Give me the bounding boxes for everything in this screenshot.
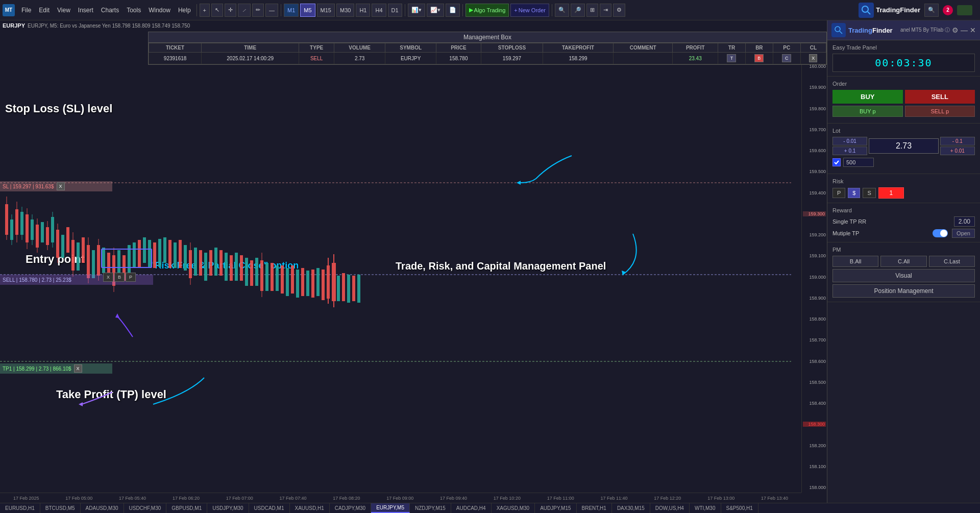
status-tab-dowus[interactable]: DOW,US,H4: [650, 503, 690, 513]
reward-section: Reward Single TP RR 2.00 Mutiple TP Open: [827, 203, 980, 242]
menu-tools[interactable]: Tools: [124, 6, 144, 15]
toolbar-line[interactable]: ⟋: [238, 4, 251, 17]
status-tab-wti[interactable]: WTI,M30: [690, 503, 721, 513]
status-tab-usdjpy[interactable]: USDJPY,M30: [207, 503, 249, 513]
tp-x-button[interactable]: X: [74, 364, 82, 373]
scroll-end-btn[interactable]: ⇥: [600, 4, 611, 17]
btn-b[interactable]: B: [754, 54, 764, 62]
timeframe-h4[interactable]: H4: [372, 4, 386, 17]
entry-x-btn[interactable]: X: [103, 273, 113, 282]
sl-x-button[interactable]: X: [57, 182, 65, 190]
c-all-button[interactable]: C.All: [880, 256, 926, 267]
svg-rect-73: [271, 263, 274, 291]
status-tab-usdcad[interactable]: USDCAD,M1: [249, 503, 290, 513]
status-tab-audjpy[interactable]: AUDJPY,M15: [535, 503, 576, 513]
status-tab-dax30[interactable]: DAX30,M15: [612, 503, 650, 513]
svg-rect-19: [41, 222, 44, 242]
entry-p-btn[interactable]: P: [126, 273, 136, 282]
c-last-button[interactable]: C.Last: [929, 256, 975, 267]
search-top-btn[interactable]: 🔍: [924, 4, 939, 17]
timeframe-h1[interactable]: H1: [356, 4, 370, 17]
svg-rect-22: [51, 217, 54, 242]
menu-window[interactable]: Window: [145, 6, 174, 15]
status-tab-eurjpy[interactable]: EURJPY,M5: [371, 503, 410, 513]
toolbar-pencil[interactable]: ✏: [252, 4, 264, 17]
menu-file[interactable]: File: [18, 6, 34, 15]
menu-view[interactable]: View: [54, 6, 74, 15]
toolbar-crosshair[interactable]: ✛: [225, 4, 236, 17]
risk-s-button[interactable]: S: [863, 188, 875, 198]
time-2: 17 Feb 05:00: [65, 496, 92, 501]
chart-symbol-label: EURJPY: [3, 22, 25, 29]
lot-input[interactable]: [869, 138, 939, 154]
status-tab-cadjpy[interactable]: CADJPY,M30: [330, 503, 371, 513]
menu-edit[interactable]: Edit: [36, 6, 53, 15]
timeframe-d1[interactable]: D1: [388, 4, 402, 17]
indicator-btn[interactable]: 📈▾: [427, 4, 444, 17]
timeframe-m30[interactable]: M30: [336, 4, 354, 17]
sell-button[interactable]: SELL: [905, 90, 975, 104]
status-tab-btcusd[interactable]: BTCUSD,M5: [40, 503, 81, 513]
grid-btn[interactable]: ⊞: [586, 4, 598, 17]
lot-value-input[interactable]: [843, 158, 874, 167]
toolbar-new-chart[interactable]: +: [200, 4, 210, 17]
panel-minimize-btn[interactable]: —: [961, 26, 968, 34]
svg-rect-17: [36, 225, 39, 248]
risk-p-button[interactable]: P: [832, 188, 845, 198]
risk-dollar-button[interactable]: $: [848, 188, 860, 198]
lot-checkbox[interactable]: [832, 158, 841, 166]
status-tab-sp500[interactable]: S&P500,H1: [721, 503, 758, 513]
timeframe-m15[interactable]: M15: [317, 4, 335, 17]
svg-rect-58: [199, 250, 202, 276]
lot-plus-01[interactable]: + 0.1: [832, 146, 867, 155]
multiple-tp-toggle[interactable]: [933, 229, 948, 237]
chart-type-btn[interactable]: 📊▾: [408, 4, 425, 17]
visual-button[interactable]: Visual: [832, 269, 975, 282]
status-tab-adausd[interactable]: ADAUSD,M30: [81, 503, 124, 513]
lot-minus-001[interactable]: - 0.01: [832, 137, 867, 145]
btn-pc[interactable]: C: [782, 54, 791, 62]
status-tab-usdchf[interactable]: USDCHF,M30: [124, 503, 167, 513]
toolbar-cursor[interactable]: ↖: [211, 4, 223, 17]
col-cl: CL: [800, 43, 826, 53]
open-button[interactable]: Open: [952, 229, 975, 238]
properties-btn[interactable]: ⚙: [613, 4, 625, 17]
toolbar-hline[interactable]: —: [265, 4, 278, 17]
timeframe-m5[interactable]: M5: [300, 4, 315, 17]
menu-insert[interactable]: Insert: [75, 6, 96, 15]
template-btn[interactable]: 📄: [446, 4, 460, 17]
status-tab-audcad[interactable]: AUDCAD,H4: [451, 503, 492, 513]
risk-input[interactable]: [878, 187, 904, 199]
status-tab-nzdjpy[interactable]: NZDJPY,M15: [410, 503, 451, 513]
tp-amount: 866.10$: [53, 366, 71, 372]
zoom-out-btn[interactable]: 🔎: [571, 4, 585, 17]
menu-help[interactable]: Help: [175, 6, 194, 15]
new-order-btn[interactable]: + New Order: [510, 4, 549, 17]
b-all-button[interactable]: B.All: [832, 256, 878, 267]
algo-trading-btn[interactable]: ▶ Algo Trading: [465, 4, 509, 17]
status-tab-brent[interactable]: BRENT,H1: [577, 503, 612, 513]
buy-p-button[interactable]: BUY p: [832, 106, 903, 117]
status-tab-xagusd[interactable]: XAGUSD,M30: [492, 503, 535, 513]
position-management-button[interactable]: Position Management: [832, 284, 975, 298]
svg-point-0: [862, 6, 868, 12]
lot-plus-001[interactable]: + 0.01: [940, 146, 975, 155]
price-159800: 159.800: [803, 106, 826, 111]
status-tab-gbpusd[interactable]: GBPUSD,M1: [166, 503, 207, 513]
status-tab-eurusd[interactable]: EURUSD,H1: [0, 503, 40, 513]
status-tab-xauusd[interactable]: XAUUSD,H1: [290, 503, 330, 513]
zoom-in-btn[interactable]: 🔍: [555, 4, 569, 17]
management-box-title: Management Box: [149, 32, 826, 43]
btn-x-close[interactable]: X: [809, 54, 817, 62]
timeframe-m1[interactable]: M1: [284, 4, 299, 17]
buy-button[interactable]: BUY: [832, 90, 903, 104]
chart-area[interactable]: EURJPY EURJPY, M5: Euro vs Japanese Yen …: [0, 20, 827, 503]
panel-close-btn[interactable]: ✕: [970, 26, 976, 34]
sell-p-button[interactable]: SELL p: [905, 106, 975, 117]
lot-minus-01[interactable]: - 0.1: [940, 137, 975, 145]
panel-settings-btn[interactable]: ⚙: [952, 26, 959, 34]
entry-b-btn[interactable]: B: [114, 273, 125, 282]
btn-t[interactable]: T: [727, 54, 736, 62]
pm-label: PM: [832, 247, 975, 253]
menu-charts[interactable]: Charts: [98, 6, 122, 15]
